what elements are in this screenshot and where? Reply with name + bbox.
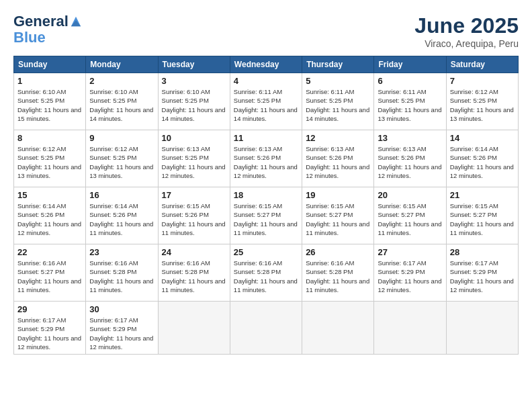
table-row: 18 Sunrise: 6:15 AM Sunset: 5:27 PM Dayl… [230,187,302,244]
title-block: June 2025 Viraco, Arequipa, Peru [414,13,519,49]
day-info: Sunrise: 6:11 AM Sunset: 5:25 PM Dayligh… [378,87,442,123]
table-row: 6 Sunrise: 6:11 AM Sunset: 5:25 PM Dayli… [374,73,446,130]
col-friday: Friday [374,56,446,73]
day-info: Sunrise: 6:14 AM Sunset: 5:26 PM Dayligh… [450,144,515,180]
table-row [302,302,374,355]
day-number: 14 [450,133,515,143]
day-info: Sunrise: 6:15 AM Sunset: 5:27 PM Dayligh… [306,201,370,237]
day-number: 24 [162,247,226,257]
col-sunday: Sunday [14,56,86,73]
table-row: 30 Sunrise: 6:17 AM Sunset: 5:29 PM Dayl… [86,302,158,355]
table-row: 3 Sunrise: 6:10 AM Sunset: 5:25 PM Dayli… [158,73,230,130]
day-number: 22 [17,247,82,257]
page: GeneralBlue June 2025 Viraco, Arequipa, … [0,0,532,411]
table-row: 5 Sunrise: 6:11 AM Sunset: 5:25 PM Dayli… [302,73,374,130]
table-row: 7 Sunrise: 6:12 AM Sunset: 5:25 PM Dayli… [446,73,518,130]
day-number: 12 [306,133,370,143]
week-row: 8 Sunrise: 6:12 AM Sunset: 5:25 PM Dayli… [14,130,519,187]
day-info: Sunrise: 6:17 AM Sunset: 5:29 PM Dayligh… [89,316,154,351]
day-number: 21 [450,190,515,200]
day-info: Sunrise: 6:14 AM Sunset: 5:26 PM Dayligh… [17,201,82,237]
table-row: 13 Sunrise: 6:13 AM Sunset: 5:26 PM Dayl… [374,130,446,187]
weekday-header-row: Sunday Monday Tuesday Wednesday Thursday… [14,56,519,73]
table-row [230,302,302,355]
day-number: 18 [234,190,298,200]
table-row: 11 Sunrise: 6:13 AM Sunset: 5:26 PM Dayl… [230,130,302,187]
table-row: 19 Sunrise: 6:15 AM Sunset: 5:27 PM Dayl… [302,187,374,244]
table-row: 22 Sunrise: 6:16 AM Sunset: 5:27 PM Dayl… [14,244,86,302]
day-number: 25 [234,247,298,257]
svg-marker-1 [71,20,81,26]
day-number: 20 [378,190,442,200]
col-thursday: Thursday [302,56,374,73]
table-row: 29 Sunrise: 6:17 AM Sunset: 5:29 PM Dayl… [14,302,86,355]
table-row: 12 Sunrise: 6:13 AM Sunset: 5:26 PM Dayl… [302,130,374,187]
day-number: 9 [89,133,154,143]
day-info: Sunrise: 6:10 AM Sunset: 5:25 PM Dayligh… [89,87,154,123]
week-row: 29 Sunrise: 6:17 AM Sunset: 5:29 PM Dayl… [14,302,519,355]
day-info: Sunrise: 6:13 AM Sunset: 5:25 PM Dayligh… [162,144,226,180]
table-row: 23 Sunrise: 6:16 AM Sunset: 5:28 PM Dayl… [86,244,158,302]
day-number: 13 [378,133,442,143]
logo-text: GeneralBlue [13,13,82,46]
day-info: Sunrise: 6:14 AM Sunset: 5:26 PM Dayligh… [89,201,154,237]
table-row [446,302,518,355]
table-row: 1 Sunrise: 6:10 AM Sunset: 5:25 PM Dayli… [14,73,86,130]
table-row: 15 Sunrise: 6:14 AM Sunset: 5:26 PM Dayl… [14,187,86,244]
day-number: 16 [89,190,154,200]
day-info: Sunrise: 6:16 AM Sunset: 5:28 PM Dayligh… [162,259,226,294]
day-info: Sunrise: 6:13 AM Sunset: 5:26 PM Dayligh… [378,144,442,180]
table-row: 20 Sunrise: 6:15 AM Sunset: 5:27 PM Dayl… [374,187,446,244]
day-info: Sunrise: 6:16 AM Sunset: 5:27 PM Dayligh… [17,259,82,294]
day-info: Sunrise: 6:16 AM Sunset: 5:28 PM Dayligh… [234,259,298,294]
table-row: 17 Sunrise: 6:15 AM Sunset: 5:26 PM Dayl… [158,187,230,244]
day-number: 23 [89,247,154,257]
day-info: Sunrise: 6:17 AM Sunset: 5:29 PM Dayligh… [17,316,82,351]
day-number: 3 [162,76,226,86]
day-number: 7 [450,76,515,86]
day-number: 28 [450,247,515,257]
table-row: 9 Sunrise: 6:12 AM Sunset: 5:25 PM Dayli… [86,130,158,187]
month-title: June 2025 [414,13,519,38]
day-number: 29 [17,304,82,314]
day-number: 4 [234,76,298,86]
day-info: Sunrise: 6:15 AM Sunset: 5:27 PM Dayligh… [450,201,515,237]
logo-blue: Blue [13,29,46,46]
day-info: Sunrise: 6:11 AM Sunset: 5:25 PM Dayligh… [234,87,298,123]
day-info: Sunrise: 6:17 AM Sunset: 5:29 PM Dayligh… [378,259,442,294]
table-row: 25 Sunrise: 6:16 AM Sunset: 5:28 PM Dayl… [230,244,302,302]
table-row: 10 Sunrise: 6:13 AM Sunset: 5:25 PM Dayl… [158,130,230,187]
table-row: 16 Sunrise: 6:14 AM Sunset: 5:26 PM Dayl… [86,187,158,244]
day-number: 17 [162,190,226,200]
table-row [374,302,446,355]
day-number: 10 [162,133,226,143]
location: Viraco, Arequipa, Peru [414,38,519,49]
calendar-table: Sunday Monday Tuesday Wednesday Thursday… [13,56,519,355]
week-row: 1 Sunrise: 6:10 AM Sunset: 5:25 PM Dayli… [14,73,519,130]
day-number: 2 [89,76,154,86]
col-wednesday: Wednesday [230,56,302,73]
day-number: 1 [17,76,82,86]
table-row: 8 Sunrise: 6:12 AM Sunset: 5:25 PM Dayli… [14,130,86,187]
day-number: 26 [306,247,370,257]
header: GeneralBlue June 2025 Viraco, Arequipa, … [13,13,519,49]
day-number: 5 [306,76,370,86]
day-info: Sunrise: 6:12 AM Sunset: 5:25 PM Dayligh… [17,144,82,180]
logo: GeneralBlue [13,13,82,46]
table-row: 24 Sunrise: 6:16 AM Sunset: 5:28 PM Dayl… [158,244,230,302]
day-info: Sunrise: 6:12 AM Sunset: 5:25 PM Dayligh… [89,144,154,180]
table-row: 21 Sunrise: 6:15 AM Sunset: 5:27 PM Dayl… [446,187,518,244]
day-info: Sunrise: 6:13 AM Sunset: 5:26 PM Dayligh… [306,144,370,180]
table-row: 27 Sunrise: 6:17 AM Sunset: 5:29 PM Dayl… [374,244,446,302]
day-number: 15 [17,190,82,200]
day-info: Sunrise: 6:17 AM Sunset: 5:29 PM Dayligh… [450,259,515,294]
table-row: 26 Sunrise: 6:16 AM Sunset: 5:28 PM Dayl… [302,244,374,302]
table-row: 14 Sunrise: 6:14 AM Sunset: 5:26 PM Dayl… [446,130,518,187]
day-number: 19 [306,190,370,200]
table-row: 4 Sunrise: 6:11 AM Sunset: 5:25 PM Dayli… [230,73,302,130]
day-info: Sunrise: 6:16 AM Sunset: 5:28 PM Dayligh… [89,259,154,294]
day-info: Sunrise: 6:10 AM Sunset: 5:25 PM Dayligh… [162,87,226,123]
table-row: 2 Sunrise: 6:10 AM Sunset: 5:25 PM Dayli… [86,73,158,130]
day-number: 11 [234,133,298,143]
day-number: 8 [17,133,82,143]
